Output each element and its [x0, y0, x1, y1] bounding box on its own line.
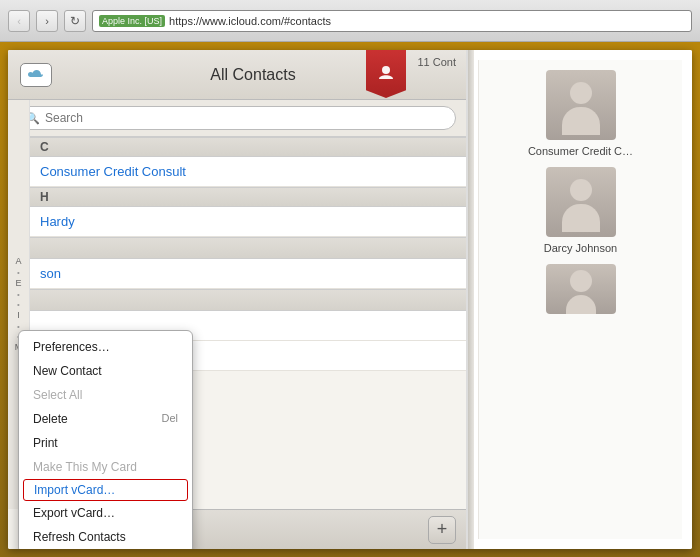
alpha-dot3: •: [17, 300, 20, 309]
contact-johnson-partial[interactable]: son: [30, 259, 466, 289]
refresh-button[interactable]: ↻: [64, 10, 86, 32]
address-bar: Apple Inc. [US] https://www.icloud.com/#…: [92, 10, 692, 32]
contact-card-3[interactable]: [489, 264, 672, 314]
menu-select-all: Select All: [19, 383, 192, 407]
alpha-dot2: •: [17, 290, 20, 299]
add-icon: +: [437, 519, 448, 540]
menu-delete[interactable]: DeleteDel: [19, 407, 192, 431]
icloud-icon: [20, 63, 52, 87]
url-text: https://www.icloud.com/#contacts: [169, 15, 331, 27]
browser-chrome: ‹ › ↻ Apple Inc. [US] https://www.icloud…: [0, 0, 700, 42]
card-name-1: Consumer Credit C…: [528, 145, 633, 157]
delete-shortcut: Del: [161, 412, 178, 424]
app-area: All Contacts 11 Cont 🔍 A •: [0, 42, 700, 557]
back-button[interactable]: ‹: [8, 10, 30, 32]
search-input[interactable]: [18, 106, 456, 130]
svg-point-0: [382, 66, 390, 74]
alpha-dot1: •: [17, 268, 20, 277]
contacts-count: 11 Cont: [417, 56, 456, 68]
alpha-i[interactable]: I: [17, 310, 20, 321]
section-empty1: [30, 237, 466, 259]
add-contact-button[interactable]: +: [428, 516, 456, 544]
menu-export-vcard[interactable]: Export vCard…: [19, 501, 192, 525]
contacts-ribbon: [366, 50, 406, 98]
menu-make-my-card: Make This My Card: [19, 455, 192, 479]
search-container: 🔍: [8, 100, 466, 137]
menu-new-contact[interactable]: New Contact: [19, 359, 192, 383]
section-c: C: [30, 137, 466, 157]
ssl-badge: Apple Inc. [US]: [99, 15, 165, 27]
contact-card-1[interactable]: Consumer Credit C…: [489, 70, 672, 157]
avatar-1: [546, 70, 616, 140]
menu-refresh-contacts[interactable]: Refresh Contacts: [19, 525, 192, 549]
left-page: All Contacts 11 Cont 🔍 A •: [8, 50, 468, 549]
alpha-e[interactable]: E: [15, 278, 21, 289]
book-container: All Contacts 11 Cont 🔍 A •: [8, 50, 692, 549]
contacts-header: All Contacts 11 Cont: [8, 50, 466, 100]
menu-preferences[interactable]: Preferences…: [19, 335, 192, 359]
card-name-2: Darcy Johnson: [544, 242, 617, 254]
page-fold: [468, 50, 474, 549]
right-page: Consumer Credit C… Darcy Johnson: [468, 50, 692, 549]
alpha-dot4: •: [17, 322, 20, 331]
section-h: H: [30, 187, 466, 207]
contact-cards: Consumer Credit C… Darcy Johnson: [479, 60, 682, 324]
contact-consumer-credit[interactable]: Consumer Credit Consult: [30, 157, 466, 187]
alpha-a[interactable]: A: [15, 256, 21, 267]
menu-import-vcard[interactable]: Import vCard…: [23, 479, 188, 501]
avatar-2: [546, 167, 616, 237]
forward-button[interactable]: ›: [36, 10, 58, 32]
avatar-3: [546, 264, 616, 314]
menu-print[interactable]: Print: [19, 431, 192, 455]
contact-card-2[interactable]: Darcy Johnson: [489, 167, 672, 254]
contact-hardy[interactable]: Hardy: [30, 207, 466, 237]
context-menu: Preferences… New Contact Select All Dele…: [18, 330, 193, 549]
partial-name: son: [40, 266, 61, 281]
right-page-inner: Consumer Credit C… Darcy Johnson: [478, 60, 682, 539]
section-empty2: [30, 289, 466, 311]
